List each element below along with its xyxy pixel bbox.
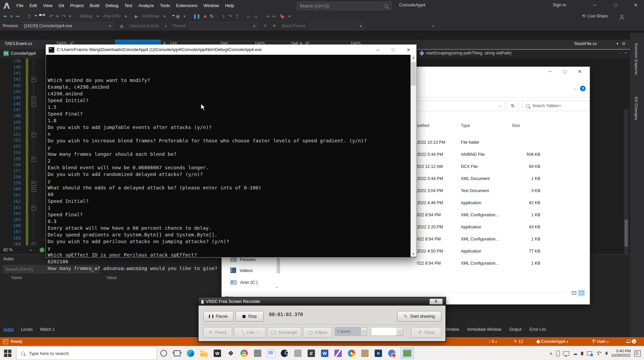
display-icon[interactable]	[564, 351, 569, 356]
thread-dropdown[interactable]: ▾	[189, 22, 258, 30]
feedback-icon[interactable]	[620, 15, 625, 19]
thumbnail-view-toggle[interactable]	[578, 290, 585, 296]
fold-collapse-icon[interactable]	[32, 181, 36, 186]
start-button[interactable]	[4, 350, 11, 357]
live-share-button[interactable]: ⟲Live Share	[582, 13, 608, 18]
grey-app-icon[interactable]	[253, 349, 262, 358]
menu-item[interactable]: Analyze	[135, 2, 157, 9]
menu-item[interactable]: Tools	[157, 2, 173, 9]
dark-w-app-icon[interactable]: W	[213, 349, 222, 358]
bottom-panel-tab[interactable]: Immediate Window	[467, 327, 501, 332]
navigate-forward-icon[interactable]: ➡	[16, 14, 19, 19]
tab-locals[interactable]: Locals	[21, 327, 33, 332]
menu-item[interactable]: Window	[201, 2, 222, 9]
help-icon[interactable]: ?	[580, 86, 586, 91]
date-modified-column-header[interactable]: odified	[417, 123, 429, 128]
continue-dropdown-icon[interactable]: ▾	[164, 14, 166, 19]
platform-dropdown-icon[interactable]: ▾	[125, 14, 127, 19]
ellipse-tool-button[interactable]: Ellipse	[303, 327, 332, 338]
lifecycle-events-label[interactable]: Lifecycle Events	[129, 24, 159, 28]
name-column-header[interactable]: Name	[11, 275, 22, 280]
scrollbar-thumb[interactable]	[625, 220, 628, 246]
chrome-icon[interactable]	[240, 349, 249, 358]
start-drawing-button[interactable]: ✎ Start drawing	[397, 311, 441, 322]
taskbar-search-input[interactable]: Type here to search	[16, 347, 157, 360]
platform-dropdown[interactable]: Any CPU	[103, 14, 120, 18]
tab-list-dropdown-icon[interactable]: ▾	[616, 41, 619, 46]
vs-minimize-button[interactable]: ─	[589, 2, 600, 8]
continue-button[interactable]: Continue	[143, 14, 159, 18]
cortana-icon[interactable]	[159, 349, 168, 358]
tab-soulsfile[interactable]: SoulsFile.cs	[574, 41, 597, 46]
menu-item[interactable]: Debug	[102, 2, 121, 9]
lifecycle-events-dropdown[interactable]: ▣	[120, 24, 124, 29]
filter-icon[interactable]: ▼	[263, 24, 267, 28]
details-view-toggle[interactable]	[571, 290, 578, 296]
explorer-maximize-button[interactable]: □	[557, 69, 572, 74]
sidebar-tab-solution-explorer[interactable]: Solution Explorer	[634, 43, 638, 75]
console-minimize-button[interactable]: ─	[370, 47, 385, 52]
push-count[interactable]: ↑0▴	[488, 339, 497, 344]
rectangle-tool-button[interactable]: Rectangle	[268, 327, 301, 338]
syntax-visualizer-icon[interactable]: ⚏	[247, 14, 251, 19]
wifi-icon[interactable]	[596, 352, 601, 355]
dropbox-icon[interactable]: ❖	[226, 349, 235, 358]
menu-item[interactable]: Extensions	[173, 2, 201, 9]
flag-filter-icon[interactable]: ⚑	[273, 24, 276, 29]
stop-debugging-icon[interactable]: ■	[204, 14, 207, 19]
thickness-dropdown[interactable]: 2 pixels ▾	[335, 327, 367, 336]
vs-search-input[interactable]: Search (Ctrl+Q)	[297, 2, 391, 10]
fold-collapse-icon[interactable]	[32, 78, 36, 82]
nav-collapse-icon[interactable]: －	[618, 50, 622, 56]
sign-in-button[interactable]: Sign in	[553, 2, 566, 7]
member-dropdown[interactable]: startScraping(string pathThing, string o…	[420, 51, 512, 55]
sidebar-scroll-down-icon[interactable]: ⌄	[275, 284, 278, 289]
action-center-icon[interactable]	[634, 350, 641, 357]
bottom-panel-tab[interactable]: Error List	[530, 327, 546, 332]
menu-item[interactable]: Build	[87, 2, 102, 9]
outdent-icon[interactable]: ⇤	[272, 14, 276, 19]
menu-item[interactable]: View	[40, 2, 55, 9]
split-editor-icon[interactable]: ⫟	[625, 50, 627, 56]
console-scrollbar[interactable]: ▲ ▼	[411, 55, 416, 257]
menu-item[interactable]: Test	[121, 2, 136, 9]
size-column-header[interactable]: Size	[512, 123, 520, 128]
zoom-level-dropdown[interactable]: 82 %	[3, 248, 12, 252]
repo-picker[interactable]: ConsoleApp4▴	[537, 339, 568, 344]
value-column-header[interactable]: Value	[107, 275, 117, 280]
redo-dropdown-icon[interactable]: ▾	[69, 14, 71, 19]
step-over-icon[interactable]: ↷	[228, 14, 232, 19]
tray-microphone-icon[interactable]	[581, 352, 583, 355]
color-dropdown[interactable]: ▾	[371, 327, 403, 336]
menu-item[interactable]: Edit	[26, 2, 40, 9]
tab-tae3-event[interactable]: TAE3.Event.cs	[5, 41, 32, 46]
navigate-back-icon[interactable]: ⬅	[3, 14, 7, 19]
photos-icon[interactable]	[347, 349, 356, 358]
tab-watch1[interactable]: Watch 1	[40, 327, 55, 332]
recorder-close-button[interactable]: X	[429, 299, 443, 305]
project-dropdown[interactable]: C# ConsoleApp4	[3, 51, 36, 56]
line-tool-button[interactable]: ╲ Line ▾	[234, 327, 266, 338]
fold-collapse-icon[interactable]	[32, 157, 36, 162]
console-output[interactable]: Which anibnd do you want to modify?Examp…	[46, 55, 416, 257]
bottom-panel-tab[interactable]: Window	[445, 327, 459, 332]
indent-icon[interactable]: ⇥	[266, 14, 269, 19]
grey-tool-icon[interactable]	[293, 349, 302, 358]
recorder-titlebar[interactable]: VSDC Free Screen Recorder	[199, 298, 445, 306]
clear-button[interactable]: ✐ Clear	[411, 327, 441, 338]
undo-dropdown-icon[interactable]: ▾	[56, 14, 59, 19]
your-phone-icon[interactable]	[556, 351, 560, 356]
pencil-tool-button[interactable]: ✎ Pencil	[203, 327, 232, 338]
scroll-down-icon[interactable]: ▼	[411, 251, 416, 257]
preview-dropdown-icon[interactable]: ▾	[183, 14, 185, 19]
bottom-panel-tab[interactable]: Output	[509, 327, 522, 332]
word-icon[interactable]: W	[320, 349, 329, 358]
stack-frame-dropdown[interactable]: ▾	[309, 22, 364, 30]
back-dropdown-icon[interactable]: ▾	[10, 14, 13, 19]
line-structure-icon[interactable]: ⚎	[254, 14, 258, 19]
restart-icon[interactable]: ↻	[210, 14, 214, 19]
bookmark-list-icon[interactable]: ▾	[288, 14, 291, 19]
scrollbar-thumb[interactable]	[411, 62, 416, 86]
explorer-minimize-button[interactable]: ─	[543, 69, 557, 74]
tray-expand-icon[interactable]: ∧	[549, 351, 553, 356]
